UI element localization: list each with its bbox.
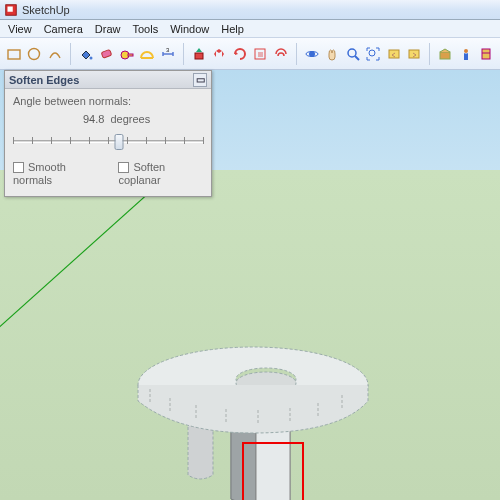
svg-point-3 [29, 48, 40, 59]
offset-tool[interactable] [271, 43, 291, 65]
next-view-tool[interactable] [405, 43, 425, 65]
svg-rect-13 [258, 52, 263, 57]
svg-rect-11 [195, 53, 203, 59]
toolbar-separator [427, 43, 432, 65]
soften-coplanar-checkbox[interactable]: Soften coplanar [118, 161, 203, 186]
panel-header[interactable]: Soften Edges ▭ [5, 71, 211, 89]
svg-rect-5 [101, 49, 112, 58]
smooth-normals-checkbox[interactable]: Smooth normals [13, 161, 100, 186]
zoom-tool[interactable] [343, 43, 363, 65]
orbit-tool[interactable] [302, 43, 322, 65]
angle-slider[interactable] [13, 131, 203, 151]
rotate-tool[interactable] [209, 43, 229, 65]
app-icon [4, 3, 18, 17]
arc-tool[interactable] [45, 43, 65, 65]
slider-thumb[interactable] [115, 134, 124, 150]
dimension-tool[interactable]: 3 [158, 43, 178, 65]
pan-tool[interactable] [322, 43, 342, 65]
svg-point-16 [348, 49, 356, 57]
place-figure-tool[interactable] [456, 43, 476, 65]
svg-rect-23 [482, 49, 490, 59]
svg-point-22 [464, 49, 468, 53]
angle-label: Angle between normals: [13, 95, 203, 107]
scale-tool[interactable] [251, 43, 271, 65]
toolbar-separator [294, 43, 299, 65]
menu-tools[interactable]: Tools [126, 23, 164, 35]
angle-value: 94.8 [83, 113, 104, 125]
svg-rect-1 [8, 6, 13, 11]
circle-tool[interactable] [25, 43, 45, 65]
protractor-tool[interactable] [138, 43, 158, 65]
menu-draw[interactable]: Draw [89, 23, 127, 35]
panel-body: Angle between normals: 94.8 degrees Smoo… [5, 89, 211, 196]
rectangle-tool[interactable] [4, 43, 24, 65]
panel-title: Soften Edges [9, 74, 79, 86]
menu-bar: View Camera Draw Tools Window Help [0, 20, 500, 38]
get-models-tool[interactable] [477, 43, 497, 65]
follow-me-tool[interactable] [230, 43, 250, 65]
svg-rect-7 [128, 54, 133, 56]
menu-camera[interactable]: Camera [38, 23, 89, 35]
menu-help[interactable]: Help [215, 23, 250, 35]
panel-collapse-button[interactable]: ▭ [193, 73, 207, 87]
svg-rect-2 [8, 50, 20, 59]
eraser-tool[interactable] [96, 43, 116, 65]
app-title: SketchUp [22, 4, 70, 16]
svg-text:3: 3 [166, 47, 170, 53]
angle-unit: degrees [110, 113, 150, 125]
highlight-box [242, 442, 304, 500]
menu-view[interactable]: View [2, 23, 38, 35]
paint-bucket-tool[interactable] [76, 43, 96, 65]
previous-view-tool[interactable] [384, 43, 404, 65]
soften-edges-panel[interactable]: Soften Edges ▭ Angle between normals: 94… [4, 70, 212, 197]
zoom-extents-tool[interactable] [364, 43, 384, 65]
toolbar-separator [181, 43, 186, 65]
push-pull-tool[interactable] [189, 43, 209, 65]
component-tool[interactable] [435, 43, 455, 65]
toolbar: 3 [0, 38, 500, 70]
tape-measure-tool[interactable] [117, 43, 137, 65]
menu-window[interactable]: Window [164, 23, 215, 35]
svg-line-17 [355, 56, 359, 60]
toolbar-separator [68, 43, 73, 65]
svg-rect-21 [440, 52, 450, 59]
svg-point-18 [369, 50, 375, 56]
svg-point-4 [89, 56, 92, 59]
title-bar: SketchUp [0, 0, 500, 20]
